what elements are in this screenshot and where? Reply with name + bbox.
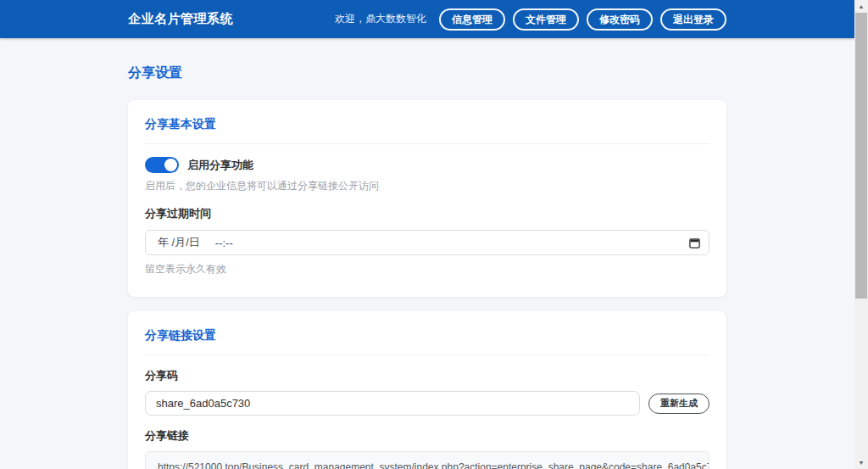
scrollbar-thumb[interactable]: [855, 13, 867, 299]
nav-file-management-button[interactable]: 文件管理: [513, 8, 579, 31]
basic-card-title: 分享基本设置: [145, 117, 709, 132]
share-link-label: 分享链接: [145, 428, 709, 444]
calendar-picker-icon[interactable]: [689, 237, 700, 248]
expire-datetime-input[interactable]: 年 /月/日 --:--: [145, 230, 709, 255]
share-link-url: https://521000.top/Business_card_managem…: [145, 451, 709, 469]
app-title: 企业名片管理系统: [128, 11, 233, 27]
nav-info-management-button[interactable]: 信息管理: [439, 8, 505, 31]
scroll-down-arrow-icon[interactable]: ▼: [854, 456, 868, 469]
welcome-text: 欢迎，鼎大数数智化: [335, 12, 426, 26]
divider: [145, 355, 709, 355]
enable-share-hint: 启用后，您的企业信息将可以通过分享链接公开访问: [145, 179, 709, 193]
toggle-knob: [164, 159, 177, 171]
share-basic-settings-card: 分享基本设置 启用分享功能 启用后，您的企业信息将可以通过分享链接公开访问 分享…: [128, 100, 726, 297]
divider: [145, 143, 709, 144]
link-card-title: 分享链接设置: [145, 328, 709, 343]
scroll-up-arrow-icon[interactable]: ▲: [854, 0, 868, 13]
page-title: 分享设置: [128, 64, 726, 82]
vertical-scrollbar[interactable]: ▲ ▼: [854, 0, 868, 469]
datetime-time-placeholder[interactable]: --:--: [215, 237, 233, 249]
nav-logout-button[interactable]: 退出登录: [660, 8, 726, 31]
nav-change-password-button[interactable]: 修改密码: [587, 8, 653, 31]
app-header: 企业名片管理系统 欢迎，鼎大数数智化 信息管理 文件管理 修改密码 退出登录: [0, 0, 854, 38]
expire-hint: 留空表示永久有效: [145, 262, 709, 276]
datetime-date-placeholder[interactable]: 年 /月/日: [158, 235, 200, 250]
enable-share-label: 启用分享功能: [187, 158, 253, 173]
page-viewport: 企业名片管理系统 欢迎，鼎大数数智化 信息管理 文件管理 修改密码 退出登录 分…: [0, 0, 854, 469]
enable-share-toggle[interactable]: [145, 157, 179, 173]
regenerate-button[interactable]: 重新生成: [648, 394, 709, 414]
expire-time-label: 分享过期时间: [145, 206, 709, 221]
share-link-settings-card: 分享链接设置 分享码 重新生成 分享链接 https://521000.top/…: [128, 311, 726, 469]
main-content: 分享设置 分享基本设置 启用分享功能 启用后，您的企业信息将可以通过分享链接公开…: [128, 64, 726, 469]
share-code-label: 分享码: [145, 368, 709, 383]
header-nav: 欢迎，鼎大数数智化 信息管理 文件管理 修改密码 退出登录: [335, 8, 726, 31]
share-code-input[interactable]: [145, 391, 640, 416]
